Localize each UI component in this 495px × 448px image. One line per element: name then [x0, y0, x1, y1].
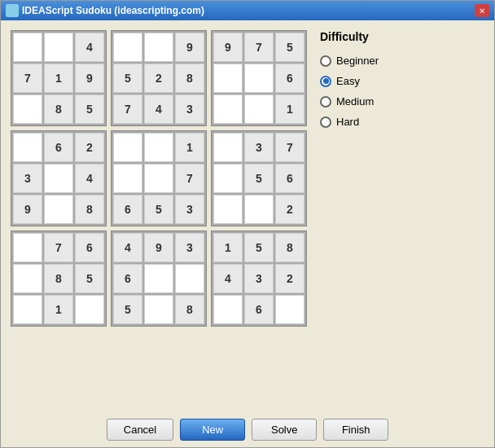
- cell-b5-c4[interactable]: 5: [244, 164, 274, 193]
- cell-b7-c1[interactable]: 9: [144, 233, 173, 262]
- cell-b2-c1[interactable]: 7: [244, 33, 274, 62]
- cell-b3-c5[interactable]: 4: [75, 164, 104, 193]
- difficulty-option-beginner[interactable]: Beginner: [320, 55, 414, 67]
- cell-b8-c2[interactable]: 8: [275, 233, 304, 262]
- cell-b4-c0[interactable]: [113, 133, 142, 162]
- cell-b6-c7[interactable]: 1: [44, 295, 73, 324]
- cell-b4-c5[interactable]: 7: [175, 164, 204, 193]
- difficulty-option-easy[interactable]: Easy: [320, 75, 414, 87]
- cancel-button[interactable]: Cancel: [107, 419, 173, 441]
- difficulty-heading: Difficulty: [320, 30, 414, 43]
- cell-b4-c1[interactable]: [144, 133, 173, 162]
- cell-b6-c1[interactable]: 7: [44, 233, 73, 262]
- cell-b2-c2[interactable]: 5: [275, 33, 304, 62]
- cell-b8-c4[interactable]: 3: [244, 264, 274, 293]
- cell-b1-c1[interactable]: [144, 33, 173, 62]
- cell-b6-c2[interactable]: 6: [75, 233, 104, 262]
- close-button[interactable]: ✕: [475, 4, 489, 17]
- cell-b5-c2[interactable]: 7: [275, 133, 304, 162]
- cell-b1-c4[interactable]: 2: [144, 64, 173, 93]
- cell-b3-c1[interactable]: 6: [44, 133, 73, 162]
- cell-b2-c7[interactable]: [244, 94, 274, 124]
- cell-b8-c0[interactable]: 1: [213, 233, 243, 262]
- cell-b0-c6[interactable]: [13, 94, 42, 124]
- cell-b5-c1[interactable]: 3: [244, 133, 274, 162]
- cell-b1-c6[interactable]: 7: [113, 94, 142, 124]
- cell-b8-c7[interactable]: 6: [244, 295, 274, 324]
- main-window: IDEAScript Sudoku (ideascripting.com) ✕ …: [0, 0, 495, 448]
- cell-b1-c8[interactable]: 3: [175, 94, 204, 124]
- cell-b5-c0[interactable]: [213, 133, 243, 162]
- difficulty-option-hard[interactable]: Hard: [320, 116, 414, 128]
- cell-b0-c2[interactable]: 4: [75, 33, 104, 62]
- cell-b7-c3[interactable]: 6: [113, 264, 142, 293]
- cell-b0-c7[interactable]: 8: [44, 94, 73, 124]
- cell-b2-c8[interactable]: 1: [275, 94, 304, 124]
- cell-b3-c2[interactable]: 2: [75, 133, 104, 162]
- cell-b2-c3[interactable]: [213, 64, 243, 93]
- cell-b7-c6[interactable]: 5: [113, 295, 142, 324]
- cell-b1-c7[interactable]: 4: [144, 94, 173, 124]
- cell-b5-c8[interactable]: 2: [275, 195, 304, 224]
- cell-b8-c1[interactable]: 5: [244, 233, 274, 262]
- cell-b0-c3[interactable]: 7: [13, 64, 42, 93]
- cell-b2-c6[interactable]: [213, 94, 243, 124]
- cell-b4-c2[interactable]: 1: [175, 133, 204, 162]
- cell-b6-c5[interactable]: 5: [75, 264, 104, 293]
- cell-b5-c3[interactable]: [213, 164, 243, 193]
- cell-b6-c0[interactable]: [13, 233, 42, 262]
- cell-b1-c0[interactable]: [113, 33, 142, 62]
- cell-b0-c4[interactable]: 1: [44, 64, 73, 93]
- cell-b2-c4[interactable]: [244, 64, 274, 93]
- cell-b3-c4[interactable]: [44, 164, 73, 193]
- cell-b4-c7[interactable]: 5: [144, 195, 173, 224]
- cell-b1-c5[interactable]: 8: [175, 64, 204, 93]
- sudoku-box-6: 76851: [11, 231, 107, 327]
- difficulty-option-medium[interactable]: Medium: [320, 95, 414, 108]
- cell-b0-c0[interactable]: [13, 33, 42, 62]
- new-button[interactable]: New: [180, 419, 245, 441]
- sudoku-box-0: 471985: [11, 30, 107, 126]
- cell-b8-c5[interactable]: 2: [275, 264, 304, 293]
- cell-b7-c2[interactable]: 3: [175, 233, 204, 262]
- cell-b4-c8[interactable]: 3: [175, 195, 204, 224]
- cell-b5-c6[interactable]: [213, 195, 243, 224]
- cell-b3-c7[interactable]: [44, 195, 73, 224]
- cell-b8-c6[interactable]: [213, 295, 243, 324]
- cell-b7-c8[interactable]: 8: [175, 295, 204, 324]
- cell-b4-c3[interactable]: [113, 164, 142, 193]
- cell-b2-c5[interactable]: 6: [275, 64, 304, 93]
- cell-b5-c5[interactable]: 6: [275, 164, 304, 193]
- solve-button[interactable]: Solve: [252, 419, 317, 441]
- cell-b6-c8[interactable]: [75, 295, 104, 324]
- cell-b6-c6[interactable]: [13, 295, 42, 324]
- app-icon: [6, 4, 19, 17]
- cell-b3-c0[interactable]: [13, 133, 42, 162]
- cell-b4-c6[interactable]: 6: [113, 195, 142, 224]
- cell-b0-c8[interactable]: 5: [75, 94, 104, 124]
- sudoku-grid: 4719859528743975616234981765337562768514…: [11, 30, 307, 327]
- cell-b0-c1[interactable]: [44, 33, 73, 62]
- cell-b3-c3[interactable]: 3: [13, 164, 42, 193]
- cell-b1-c2[interactable]: 9: [175, 33, 204, 62]
- cell-b0-c5[interactable]: 9: [75, 64, 104, 93]
- cell-b6-c3[interactable]: [13, 264, 42, 293]
- radio-label-easy: Easy: [336, 75, 360, 87]
- cell-b8-c8[interactable]: [275, 295, 304, 324]
- cell-b7-c4[interactable]: [144, 264, 173, 293]
- cell-b1-c3[interactable]: 5: [113, 64, 142, 93]
- cell-b8-c3[interactable]: 4: [213, 264, 243, 293]
- titlebar-left: IDEAScript Sudoku (ideascripting.com): [6, 4, 204, 17]
- cell-b7-c0[interactable]: 4: [113, 233, 142, 262]
- cell-b6-c4[interactable]: 8: [44, 264, 73, 293]
- cell-b2-c0[interactable]: 9: [213, 33, 243, 62]
- cell-b5-c7[interactable]: [244, 195, 274, 224]
- radio-indicator-beginner: [320, 55, 331, 67]
- cell-b7-c7[interactable]: [144, 295, 173, 324]
- cell-b3-c6[interactable]: 9: [13, 195, 42, 224]
- cell-b4-c4[interactable]: [144, 164, 173, 193]
- finish-button[interactable]: Finish: [323, 419, 388, 441]
- sudoku-box-1: 9528743: [111, 30, 207, 126]
- cell-b3-c8[interactable]: 8: [75, 195, 104, 224]
- cell-b7-c5[interactable]: [175, 264, 204, 293]
